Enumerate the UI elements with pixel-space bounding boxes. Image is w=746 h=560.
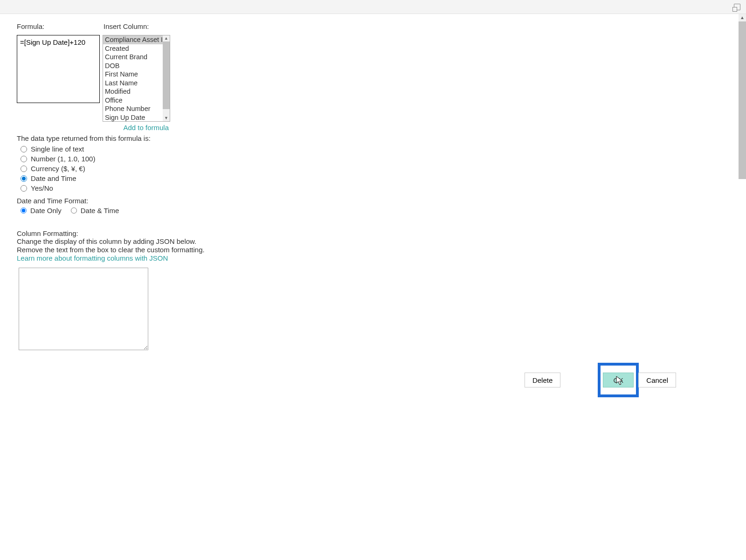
column-formatting-label: Column Formatting: xyxy=(17,229,729,237)
column-item[interactable]: Current Brand xyxy=(103,53,170,62)
radio-currency[interactable] xyxy=(21,166,27,172)
cancel-button[interactable]: Cancel xyxy=(638,373,676,387)
expand-icon[interactable] xyxy=(734,4,740,10)
column-list[interactable]: Compliance Asset IdCreatedCurrent BrandD… xyxy=(103,35,170,122)
list-scroll-down-icon[interactable]: ▼ xyxy=(163,115,170,121)
radio-yes-no[interactable] xyxy=(21,185,27,192)
radio-date-and-time-label: Date & Time xyxy=(81,207,119,214)
column-item[interactable]: DOB xyxy=(103,62,170,70)
json-learn-more-link[interactable]: Learn more about formatting columns with… xyxy=(17,254,168,262)
list-scroll-up-icon[interactable]: ▲ xyxy=(163,35,170,41)
column-item[interactable]: Office xyxy=(103,96,170,105)
column-item[interactable]: Compliance Asset Id xyxy=(103,35,170,44)
radio-date-time-label: Date and Time xyxy=(31,174,76,182)
radio-date-only-label: Date Only xyxy=(30,207,62,214)
ok-button[interactable]: OK xyxy=(603,373,634,387)
radio-number-label: Number (1, 1.0, 100) xyxy=(31,155,95,163)
add-to-formula-link[interactable]: Add to formula xyxy=(123,124,169,131)
column-item[interactable]: Sign Up Date xyxy=(103,113,170,122)
column-formatting-desc1: Change the display of this column by add… xyxy=(17,237,729,246)
form-content: Formula: Insert Column: Compliance Asset… xyxy=(0,14,746,560)
column-formatting-desc2: Remove the text from the box to clear th… xyxy=(17,246,729,254)
radio-number[interactable] xyxy=(21,156,27,162)
column-item[interactable]: First Name xyxy=(103,70,170,79)
date-format-group: Date Only Date & Time xyxy=(21,207,729,214)
column-item[interactable]: Modified xyxy=(103,87,170,96)
list-scroll-thumb[interactable] xyxy=(163,41,170,109)
column-item[interactable]: Created xyxy=(103,44,170,53)
button-row: Delete OK Cancel xyxy=(525,363,676,397)
data-type-label: The data type returned from this formula… xyxy=(17,134,729,142)
top-bar xyxy=(0,0,746,14)
date-format-label: Date and Time Format: xyxy=(17,197,729,205)
formula-label: Formula: xyxy=(17,22,101,30)
radio-single-line[interactable] xyxy=(21,146,27,152)
radio-currency-label: Currency ($, ¥, €) xyxy=(31,165,85,173)
ok-button-label: OK xyxy=(613,376,623,384)
list-scrollbar[interactable]: ▲ ▼ xyxy=(163,35,170,121)
radio-date-time[interactable] xyxy=(21,175,27,182)
radio-date-and-time[interactable] xyxy=(71,207,77,214)
radio-single-line-label: Single line of text xyxy=(31,145,84,153)
json-formatting-input[interactable] xyxy=(19,268,148,350)
data-type-group: Single line of text Number (1, 1.0, 100)… xyxy=(17,145,729,192)
ok-highlight: OK xyxy=(598,363,639,397)
delete-button[interactable]: Delete xyxy=(525,373,560,387)
radio-yes-no-label: Yes/No xyxy=(31,184,53,192)
insert-column-label: Insert Column: xyxy=(104,22,149,30)
column-item[interactable]: Phone Number xyxy=(103,104,170,113)
column-item[interactable]: Last Name xyxy=(103,79,170,88)
formula-input[interactable] xyxy=(17,35,100,103)
radio-date-only[interactable] xyxy=(21,207,27,214)
